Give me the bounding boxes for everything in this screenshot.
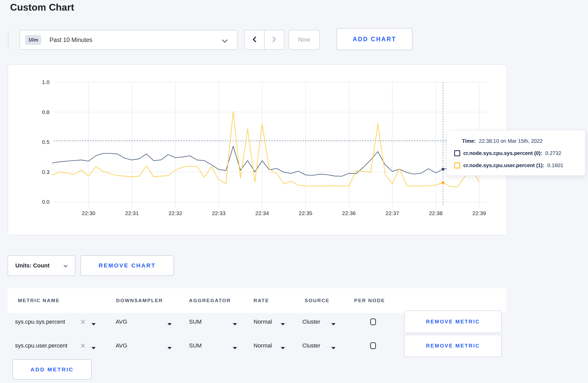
add-chart-button[interactable]: ADD CHART	[337, 28, 412, 50]
page-title: Custom Chart	[10, 2, 74, 13]
metrics-table-header: METRIC NAME DOWNSAMPLER AGGREGATOR RATE …	[8, 288, 506, 313]
svg-text:22:33: 22:33	[212, 210, 226, 216]
rate-select[interactable]: Normal	[254, 310, 290, 334]
caret-down-icon	[167, 344, 172, 347]
remove-tag-icon[interactable]	[80, 319, 86, 324]
add-chart-label: ADD CHART	[353, 36, 396, 43]
svg-text:22:36: 22:36	[342, 210, 356, 216]
now-button-label: Now	[298, 36, 310, 43]
time-window-select[interactable]: 10m Past 10 Minutes	[19, 30, 237, 50]
remove-metric-label: REMOVE METRIC	[426, 343, 480, 349]
timeseries-chart[interactable]: 0.00.30.50.81.022:3022:3122:3222:3322:34…	[8, 65, 508, 236]
caret-down-icon	[331, 344, 336, 347]
remove-metric-button[interactable]: REMOVE METRIC	[404, 335, 502, 357]
svg-text:22:35: 22:35	[299, 210, 312, 216]
downsampler-select[interactable]: AVG	[116, 310, 173, 334]
source-select[interactable]: Cluster	[302, 310, 339, 334]
svg-text:22:37: 22:37	[386, 210, 399, 216]
col-per-node: PER NODE	[354, 288, 385, 313]
col-rate: RATE	[254, 288, 269, 313]
svg-text:22:39: 22:39	[472, 210, 486, 216]
svg-text:22:30: 22:30	[82, 210, 95, 216]
source-select[interactable]: Cluster	[302, 334, 339, 358]
rate-select[interactable]: Normal	[254, 334, 290, 358]
chevron-left-icon	[252, 36, 256, 44]
col-source: SOURCE	[305, 288, 330, 313]
caret-down-icon	[91, 321, 96, 323]
chevron-down-icon	[64, 262, 68, 269]
custom-chart-page: Custom Chart 10m Past 10 Minutes Now ADD…	[0, 0, 588, 383]
caret-down-icon	[233, 344, 237, 347]
time-window-badge: 10m	[25, 35, 41, 45]
source-value: Cluster	[302, 342, 320, 349]
per-node-cell	[370, 310, 381, 334]
col-metric-name: METRIC NAME	[18, 288, 60, 313]
metric-name-value: sys.cpu.sys.percent	[15, 318, 65, 325]
aggregator-select[interactable]: SUM	[189, 310, 238, 334]
downsampler-value: AVG	[116, 318, 127, 325]
aggregator-value: SUM	[189, 342, 202, 349]
tooltip-time-value: 22:38:10 on Mar 15th, 2022	[479, 138, 543, 144]
chevron-right-icon	[272, 36, 276, 44]
aggregator-value: SUM	[189, 318, 202, 325]
source-value: Cluster	[302, 318, 320, 325]
caret-down-icon	[281, 321, 285, 323]
tooltip-user-label: cr.node.sys.cpu.user.percent (1):	[463, 162, 544, 168]
remove-tag-icon[interactable]	[80, 343, 86, 348]
caret-down-icon	[167, 321, 172, 323]
downsampler-value: AVG	[116, 342, 127, 349]
per-node-checkbox[interactable]	[370, 342, 376, 349]
chevron-down-icon	[222, 39, 228, 44]
chart-tooltip: Time: 22:38:10 on Mar 15th, 2022 cr.node…	[447, 130, 585, 176]
metric-name-value: sys.cpu.user.percent	[15, 342, 67, 349]
rate-value: Normal	[254, 342, 272, 349]
aggregator-select[interactable]: SUM	[189, 334, 238, 358]
svg-text:0.0: 0.0	[42, 199, 50, 205]
tooltip-time-label: Time:	[462, 138, 476, 144]
downsampler-select[interactable]: AVG	[116, 334, 173, 358]
col-aggregator: AGGREGATOR	[189, 288, 231, 313]
remove-metric-button[interactable]: REMOVE METRIC	[404, 310, 502, 333]
per-node-cell	[370, 334, 381, 358]
remove-chart-label: REMOVE CHART	[99, 262, 156, 269]
remove-chart-button[interactable]: REMOVE CHART	[80, 255, 174, 276]
units-select[interactable]: Units: Count	[8, 255, 75, 276]
time-nav-group	[244, 30, 284, 50]
svg-text:22:31: 22:31	[125, 210, 139, 216]
caret-down-icon	[281, 344, 285, 347]
svg-text:22:34: 22:34	[255, 210, 269, 216]
tooltip-sys-label: cr.node.sys.cpu.sys.percent (0):	[463, 150, 542, 156]
time-back-button[interactable]	[245, 30, 265, 49]
caret-down-icon	[331, 321, 336, 323]
svg-text:0.5: 0.5	[42, 139, 50, 145]
col-downsampler: DOWNSAMPLER	[116, 288, 163, 313]
time-window-label: Past 10 Minutes	[50, 37, 92, 44]
metric-name-select[interactable]: sys.cpu.user.percent	[15, 334, 103, 358]
time-forward-button[interactable]	[265, 30, 284, 49]
svg-text:0.8: 0.8	[42, 109, 50, 115]
tooltip-user-value: 0.1601	[547, 162, 563, 168]
svg-text:0.3: 0.3	[42, 169, 50, 175]
per-node-checkbox[interactable]	[370, 318, 376, 325]
metric-name-select[interactable]: sys.cpu.sys.percent	[15, 310, 103, 334]
units-select-label: Units: Count	[15, 262, 50, 269]
chart-card: 0.00.30.50.81.022:3022:3122:3222:3322:34…	[8, 64, 507, 235]
add-metric-button[interactable]: ADD METRIC	[12, 359, 92, 380]
add-metric-label: ADD METRIC	[31, 366, 74, 373]
caret-down-icon	[233, 321, 237, 323]
rate-value: Normal	[254, 318, 272, 325]
svg-text:1.0: 1.0	[42, 79, 50, 85]
caret-down-icon	[91, 344, 96, 347]
now-button[interactable]: Now	[289, 30, 320, 50]
remove-metric-label: REMOVE METRIC	[426, 319, 480, 325]
table-row: sys.cpu.user.percent AVG SUM Normal	[8, 334, 506, 358]
svg-text:22:32: 22:32	[169, 210, 182, 216]
table-row: sys.cpu.sys.percent AVG SUM Normal	[8, 310, 506, 334]
toolbar-divider	[8, 30, 9, 49]
sys-series-swatch-icon	[454, 150, 460, 156]
tooltip-sys-value: 0.2732	[545, 150, 561, 156]
svg-text:22:38: 22:38	[429, 210, 443, 216]
user-series-swatch-icon	[454, 162, 460, 168]
